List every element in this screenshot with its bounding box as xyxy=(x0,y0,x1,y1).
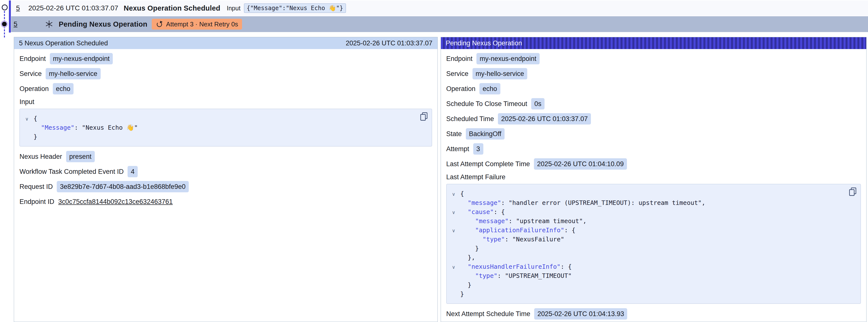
code-line: ∨{ xyxy=(460,189,855,198)
field-value-badge: present xyxy=(66,151,95,162)
field-value-badge: echo xyxy=(479,83,500,94)
field-label: Last Attempt Complete Time xyxy=(446,160,530,168)
detail-field-row: StateBackingOff xyxy=(446,128,861,139)
field-label: Schedule To Close Timeout xyxy=(446,100,527,108)
detail-field-row: Endpointmy-nexus-endpoint xyxy=(20,53,432,64)
code-line: ∨ "Message": "Nexus Echo 👋" xyxy=(34,123,426,132)
code-line: ∨ "applicationFailureInfo": { xyxy=(460,226,855,235)
field-value-badge: echo xyxy=(53,83,74,94)
panel-body: Endpointmy-nexus-endpointServicemy-hello… xyxy=(441,49,867,322)
input-json-viewer: ∨{∨ "Message": "Nexus Echo 👋"∨} xyxy=(20,109,432,147)
field-label: Workflow Task Completed Event ID xyxy=(20,168,124,175)
event-history-list: 5 2025-02-26 UTC 01:03:37.07 Nexus Opera… xyxy=(0,0,868,32)
event-id-link[interactable]: 5 xyxy=(13,20,19,28)
field-value-badge: my-hello-service xyxy=(472,68,528,79)
field-value-badge: 3e829b7e-7d67-4b08-aad3-b1e868bfe9e0 xyxy=(57,181,189,192)
code-line: ∨} xyxy=(34,132,426,141)
code-line: ∨ "type": "UPSTREAM_TIMEOUT" xyxy=(460,271,855,280)
detail-field-row: Endpoint ID3c0c75ccfa8144b092c13ce632463… xyxy=(20,196,432,207)
timeline-accent-bar xyxy=(9,0,11,33)
code-line: ∨} xyxy=(460,289,855,298)
code-line: ∨ "nexusHandlerFailureInfo": { xyxy=(460,262,855,271)
retry-status-badge: Attempt 3 · Next Retry 0s xyxy=(152,19,242,30)
code-line: ∨ "type": "NexusFailure" xyxy=(460,235,855,244)
event-timestamp: 2025-02-26 UTC 01:03:37.07 xyxy=(28,4,118,12)
collapse-caret-icon[interactable]: ∨ xyxy=(452,226,456,235)
panel-title: 5 Nexus Operation Scheduled xyxy=(19,39,108,47)
detail-field-row: Schedule To Close Timeout0s xyxy=(446,98,861,109)
field-label: Service xyxy=(446,70,469,78)
field-label: Attempt xyxy=(446,145,469,153)
timeline-marker-current-icon xyxy=(2,22,7,26)
collapse-caret-icon[interactable]: ∨ xyxy=(25,115,29,124)
detail-field-row: Scheduled Time2025-02-26 UTC 01:03:37.07 xyxy=(446,113,861,125)
field-value-badge: 2025-02-26 UTC 01:03:37.07 xyxy=(498,113,591,125)
detail-field-row: Workflow Task Completed Event ID4 xyxy=(20,166,432,177)
panel-title: Pending Nexus Operation xyxy=(446,39,522,47)
code-line: ∨ "message": "handler error (UPSTREAM_TI… xyxy=(460,198,855,207)
timeline-marker-open-icon xyxy=(2,4,8,10)
detail-field-row: Servicemy-hello-service xyxy=(446,68,861,79)
detail-field-row: Attempt3 xyxy=(446,143,861,155)
field-label: Next Attempt Schedule Time xyxy=(446,310,530,318)
field-label: State xyxy=(446,130,462,138)
field-label: Request ID xyxy=(20,183,53,191)
pending-spinner-icon xyxy=(45,20,53,28)
field-label: Endpoint xyxy=(446,55,473,63)
field-value-badge: 2025-02-26 UTC 01:04:10.09 xyxy=(534,158,627,170)
event-title: Pending Nexus Operation xyxy=(59,20,147,28)
detail-field-row: Request ID3e829b7e-7d67-4b08-aad3-b1e868… xyxy=(20,181,432,192)
field-value-badge: 3 xyxy=(473,143,483,155)
panel-header-striped: Pending Nexus Operation xyxy=(441,37,867,49)
event-detail-panels: 5 Nexus Operation Scheduled 2025-02-26 U… xyxy=(14,37,867,322)
event-input-label: Input xyxy=(227,5,241,12)
field-value-badge: my-hello-service xyxy=(45,68,101,79)
code-line: ∨ "cause": { xyxy=(460,207,855,217)
field-value-badge: my-nexus-endpoint xyxy=(50,53,113,64)
field-label: Scheduled Time xyxy=(446,115,494,123)
detail-field-row: Last Attempt Complete Time2025-02-26 UTC… xyxy=(446,158,861,170)
collapse-caret-icon[interactable]: ∨ xyxy=(452,208,456,217)
detail-field-row: Servicemy-hello-service xyxy=(20,68,432,79)
event-id-link[interactable]: 5 xyxy=(16,4,22,12)
panel-timestamp: 2025-02-26 UTC 01:03:37.07 xyxy=(346,39,432,47)
detail-field-row: Operationecho xyxy=(446,83,861,94)
collapse-caret-icon[interactable]: ∨ xyxy=(452,190,456,199)
panel-body: Endpointmy-nexus-endpointServicemy-hello… xyxy=(14,49,437,216)
field-label: Endpoint xyxy=(20,55,46,63)
field-label: Operation xyxy=(20,85,49,93)
input-section-label: Input xyxy=(20,98,432,106)
event-title: Nexus Operation Scheduled xyxy=(124,4,220,12)
failure-section-label: Last Attempt Failure xyxy=(446,173,861,181)
detail-field-row: Operationecho xyxy=(20,83,432,94)
code-line: ∨ "message": "upstream timeout", xyxy=(460,217,855,226)
field-value-badge: 4 xyxy=(128,166,138,177)
detail-field-row: Next Attempt Schedule Time2025-02-26 UTC… xyxy=(446,308,861,320)
field-value-badge: 2025-02-26 UTC 01:04:13.93 xyxy=(534,308,627,320)
failure-json-viewer: ∨{∨ "message": "handler error (UPSTREAM_… xyxy=(446,184,861,304)
event-input-chip: {"Message":"Nexus Echo 👋"} xyxy=(244,3,346,13)
field-value-badge: my-nexus-endpoint xyxy=(476,53,539,64)
retry-badge-label: Attempt 3 · Next Retry 0s xyxy=(166,21,238,28)
field-value-link[interactable]: 3c0c75ccfa8144b092c13ce632463761 xyxy=(58,198,173,205)
event-row-nexus-operation-scheduled[interactable]: 5 2025-02-26 UTC 01:03:37.07 Nexus Opera… xyxy=(11,0,868,16)
code-line: ∨{ xyxy=(34,114,426,123)
panel-nexus-operation-scheduled: 5 Nexus Operation Scheduled 2025-02-26 U… xyxy=(14,37,438,322)
panel-header: 5 Nexus Operation Scheduled 2025-02-26 U… xyxy=(14,37,437,49)
field-label: Service xyxy=(20,70,42,78)
code-line: ∨ } xyxy=(460,280,855,289)
field-label: Endpoint ID xyxy=(20,198,54,205)
code-line: ∨ } xyxy=(460,244,855,253)
code-line: ∨ }, xyxy=(460,253,855,262)
event-row-pending-nexus-operation[interactable]: 5 Pending Nexus Operation Attempt 3 · Ne… xyxy=(11,16,868,32)
panel-pending-nexus-operation: Pending Nexus Operation Endpointmy-nexus… xyxy=(441,37,867,322)
retry-icon xyxy=(156,21,163,28)
collapse-caret-icon[interactable]: ∨ xyxy=(452,263,456,272)
field-value-badge: 0s xyxy=(531,98,545,109)
field-label: Operation xyxy=(446,85,476,93)
detail-field-row: Nexus Headerpresent xyxy=(20,151,432,162)
field-label: Nexus Header xyxy=(20,153,62,161)
field-value-badge: BackingOff xyxy=(466,128,505,139)
detail-field-row: Endpointmy-nexus-endpoint xyxy=(446,53,861,64)
